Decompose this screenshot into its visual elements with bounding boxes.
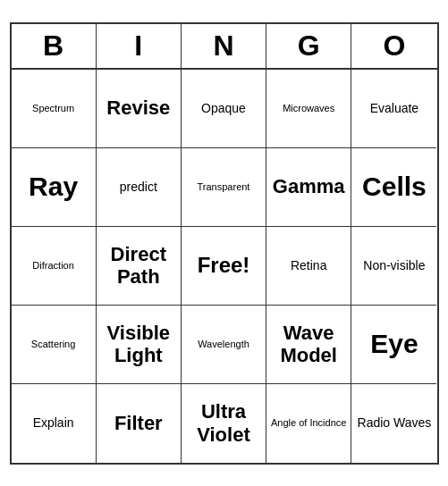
bingo-cell-21: Filter xyxy=(97,384,182,463)
bingo-cell-4: Evaluate xyxy=(351,70,436,148)
bingo-cell-19: Eye xyxy=(351,306,436,384)
bingo-cell-3: Microwaves xyxy=(266,70,351,148)
header-letter-g: G xyxy=(266,24,351,68)
bingo-cell-20: Explain xyxy=(12,384,97,463)
bingo-cell-10: Difraction xyxy=(12,227,97,306)
header-letter-b: B xyxy=(12,24,97,68)
bingo-cell-13: Retina xyxy=(266,227,351,306)
bingo-cell-11: Direct Path xyxy=(97,227,182,306)
bingo-cell-12: Free! xyxy=(182,227,266,306)
bingo-cell-1: Revise xyxy=(97,70,182,148)
bingo-header: BINGO xyxy=(12,24,437,70)
bingo-cell-8: Gamma xyxy=(266,148,351,227)
bingo-cell-7: Transparent xyxy=(182,148,266,227)
bingo-grid: SpectrumReviseOpaqueMicrowavesEvaluateRa… xyxy=(12,70,437,463)
bingo-cell-14: Non-visible xyxy=(351,227,436,306)
bingo-cell-23: Angle of Incidnce xyxy=(266,384,351,463)
bingo-cell-0: Spectrum xyxy=(12,70,97,148)
bingo-cell-22: Ultra Violet xyxy=(182,384,266,463)
bingo-cell-24: Radio Waves xyxy=(351,384,436,463)
bingo-cell-9: Cells xyxy=(351,148,436,227)
bingo-cell-2: Opaque xyxy=(182,70,266,148)
bingo-cell-16: Visible Light xyxy=(97,306,182,384)
bingo-cell-6: predict xyxy=(97,148,182,227)
bingo-cell-15: Scattering xyxy=(12,306,97,384)
bingo-card: BINGO SpectrumReviseOpaqueMicrowavesEval… xyxy=(10,22,439,465)
header-letter-n: N xyxy=(182,24,266,68)
header-letter-o: O xyxy=(351,24,436,68)
bingo-cell-17: Wavelength xyxy=(182,306,266,384)
bingo-cell-5: Ray xyxy=(12,148,97,227)
header-letter-i: I xyxy=(97,24,182,68)
bingo-cell-18: Wave Model xyxy=(266,306,351,384)
